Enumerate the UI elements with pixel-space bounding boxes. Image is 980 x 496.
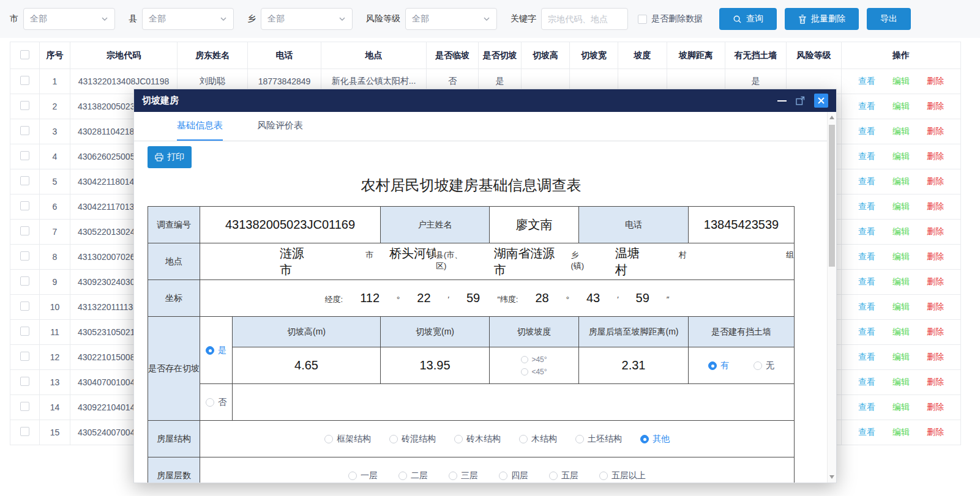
row-checkbox[interactable] (20, 302, 29, 311)
wall-yes-radio[interactable]: 有 (708, 360, 729, 371)
radio-option[interactable]: 其他 (640, 434, 670, 445)
edit-link[interactable]: 编辑 (892, 352, 910, 361)
print-button[interactable]: 打印 (148, 146, 192, 168)
radio-option[interactable]: 土坯结构 (575, 434, 622, 445)
edit-link[interactable]: 编辑 (892, 427, 910, 437)
edit-link[interactable]: 编辑 (892, 327, 910, 336)
close-button[interactable] (814, 94, 828, 108)
view-link[interactable]: 查看 (858, 352, 875, 361)
radio-option[interactable]: 二层 (398, 470, 428, 481)
radio-option[interactable]: 五层以上 (599, 470, 646, 481)
row-checkbox[interactable] (20, 201, 29, 210)
view-link[interactable]: 查看 (858, 226, 875, 236)
view-link[interactable]: 查看 (858, 126, 875, 136)
row-checkbox[interactable] (20, 101, 29, 110)
view-link[interactable]: 查看 (858, 201, 875, 211)
view-link[interactable]: 查看 (858, 176, 875, 186)
delete-link[interactable]: 删除 (927, 427, 944, 437)
cut-exists-yes-radio[interactable]: 是 (206, 345, 226, 356)
edit-link[interactable]: 编辑 (892, 226, 910, 236)
view-link[interactable]: 查看 (858, 402, 875, 412)
radio-option[interactable]: <45° (521, 368, 547, 376)
row-checkbox[interactable] (20, 151, 29, 160)
risk-level-select[interactable]: 全部 (405, 8, 497, 30)
row-checkbox[interactable] (20, 176, 29, 185)
maximize-icon[interactable] (796, 96, 805, 105)
delete-link[interactable]: 删除 (927, 151, 944, 161)
edit-link[interactable]: 编辑 (892, 76, 910, 86)
radio-option[interactable]: 五层 (549, 470, 578, 481)
row-checkbox[interactable] (20, 251, 29, 261)
delete-link[interactable]: 删除 (927, 76, 944, 86)
township-select[interactable]: 全部 (261, 8, 353, 30)
cut-exists-no-radio[interactable]: 否 (206, 397, 226, 408)
radio-option[interactable]: 一层 (348, 470, 378, 481)
tab-basic-info[interactable]: 基础信息表 (177, 120, 223, 141)
row-checkbox[interactable] (20, 377, 29, 386)
view-link[interactable]: 查看 (858, 251, 875, 261)
keyword-input[interactable] (541, 8, 628, 30)
select-all-checkbox[interactable] (20, 50, 29, 59)
modal-header[interactable]: 切坡建房 (134, 89, 836, 112)
row-checkbox[interactable] (20, 327, 29, 336)
city-select[interactable]: 全部 (23, 8, 115, 30)
delete-link[interactable]: 删除 (927, 276, 944, 286)
radio-option[interactable]: 框架结构 (324, 434, 371, 445)
minimize-icon[interactable] (777, 100, 787, 102)
radio-option[interactable]: 砖混结构 (389, 434, 436, 445)
view-link[interactable]: 查看 (858, 327, 875, 336)
row-checkbox[interactable] (20, 276, 29, 286)
batch-delete-button[interactable]: 批量删除 (785, 8, 859, 30)
modal-scrollbar[interactable] (827, 112, 836, 483)
delete-link[interactable]: 删除 (927, 176, 944, 186)
edit-link[interactable]: 编辑 (892, 101, 910, 111)
edit-link[interactable]: 编辑 (892, 201, 910, 211)
row-checkbox[interactable] (20, 76, 29, 85)
view-link[interactable]: 查看 (858, 427, 875, 437)
radio-option[interactable]: 四层 (499, 470, 528, 481)
view-link[interactable]: 查看 (858, 276, 875, 286)
view-link[interactable]: 查看 (858, 377, 875, 387)
county-select[interactable]: 全部 (142, 8, 234, 30)
cell-no: 1 (40, 69, 70, 94)
delete-link[interactable]: 删除 (927, 126, 944, 136)
query-button[interactable]: 查询 (719, 8, 777, 30)
edit-link[interactable]: 编辑 (892, 126, 910, 136)
radio-option[interactable]: >45° (521, 355, 547, 364)
row-checkbox[interactable] (20, 402, 29, 411)
edit-link[interactable]: 编辑 (892, 176, 910, 186)
row-checkbox[interactable] (20, 226, 29, 235)
delete-link[interactable]: 删除 (927, 251, 944, 261)
row-checkbox[interactable] (20, 352, 29, 361)
delete-link[interactable]: 删除 (927, 302, 944, 311)
edit-link[interactable]: 编辑 (892, 402, 910, 412)
row-checkbox[interactable] (20, 427, 29, 436)
delete-link[interactable]: 删除 (927, 352, 944, 361)
tab-risk-evaluation[interactable]: 风险评价表 (257, 120, 303, 141)
view-link[interactable]: 查看 (858, 151, 875, 161)
row-checkbox[interactable] (20, 126, 29, 135)
view-link[interactable]: 查看 (858, 76, 875, 86)
edit-link[interactable]: 编辑 (892, 151, 910, 161)
delete-link[interactable]: 删除 (927, 226, 944, 236)
view-link[interactable]: 查看 (858, 101, 875, 111)
scrollbar-thumb[interactable] (829, 125, 835, 267)
radio-option[interactable]: 木结构 (519, 434, 557, 445)
delete-link[interactable]: 删除 (927, 377, 944, 387)
scroll-up-arrow-icon[interactable] (829, 116, 834, 119)
edit-link[interactable]: 编辑 (892, 276, 910, 286)
delete-link[interactable]: 删除 (927, 201, 944, 211)
delete-data-checkbox[interactable]: 是否删除数据 (638, 13, 703, 24)
radio-option[interactable]: 三层 (449, 470, 478, 481)
export-button[interactable]: 导出 (867, 8, 911, 30)
delete-link[interactable]: 删除 (927, 327, 944, 336)
radio-option[interactable]: 砖木结构 (454, 434, 501, 445)
edit-link[interactable]: 编辑 (892, 377, 910, 387)
delete-link[interactable]: 删除 (927, 402, 944, 412)
view-link[interactable]: 查看 (858, 302, 875, 311)
wall-no-radio[interactable]: 无 (754, 360, 774, 371)
scroll-down-arrow-icon[interactable] (829, 475, 834, 479)
delete-link[interactable]: 删除 (927, 101, 944, 111)
edit-link[interactable]: 编辑 (892, 251, 910, 261)
edit-link[interactable]: 编辑 (892, 302, 910, 311)
